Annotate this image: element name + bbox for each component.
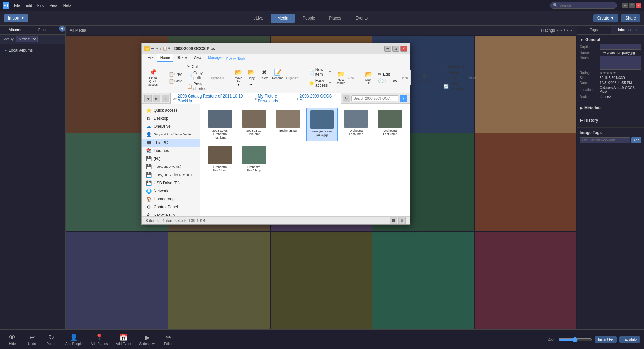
photo-cell-13[interactable] — [271, 232, 372, 329]
dialog-sidebar-this-pc[interactable]: 💻 This PC — [142, 139, 200, 147]
menu-find[interactable]: Find — [35, 3, 46, 8]
tab-places[interactable]: Places — [322, 14, 348, 23]
slideshow-tool[interactable]: ▶ Slideshow — [136, 332, 157, 347]
copy-path-btn[interactable]: 📄 Copy path — [185, 70, 210, 81]
select-none-btn[interactable]: ☐ Select none — [441, 70, 468, 81]
list-view-btn[interactable]: ☰ — [390, 217, 397, 224]
tab-media[interactable]: Media — [271, 14, 295, 23]
file-item-3[interactable]: freshman.jpg — [272, 108, 304, 141]
add-people-tool[interactable]: 👤 Add People — [63, 332, 85, 347]
undo-tool[interactable]: ↩ Undo — [24, 332, 40, 347]
delete-btn[interactable]: ✖ Delete — [258, 68, 270, 87]
tab-people[interactable]: People — [296, 14, 322, 23]
dialog-sidebar-h-drive[interactable]: 💾 (H:) — [142, 155, 200, 163]
add-album-button[interactable]: + — [59, 26, 65, 32]
move-to-btn[interactable]: 📂 Moveto ▼ — [232, 68, 244, 87]
metadata-section-title[interactable]: ▶ Metadata — [580, 106, 641, 110]
caption-input[interactable] — [600, 44, 641, 50]
nav-up-btn[interactable]: ↑ — [162, 95, 169, 102]
ribbon-tab-view[interactable]: View — [190, 54, 205, 62]
minimize-btn[interactable]: ─ — [622, 3, 628, 8]
notes-textarea[interactable] — [600, 56, 641, 70]
bc-part-2[interactable]: My Picture Downloads — [258, 94, 296, 103]
properties-btn[interactable]: ⚙ Properties — [416, 71, 433, 84]
file-item-8[interactable]: OrchestraFest5.bmp — [238, 144, 270, 174]
tab-events[interactable]: Events — [349, 14, 374, 23]
photo-cell-12[interactable] — [168, 232, 270, 329]
dialog-sidebar-recycle-bin[interactable]: 🗑 Recycle Bin — [142, 211, 200, 216]
grid-view-btn[interactable]: ⊞ — [398, 217, 406, 224]
bc-part-1[interactable]: 2008 Catalog Restore of 2011 10 19 BackU… — [178, 94, 255, 103]
rename-btn[interactable]: 📝 Rename — [271, 68, 285, 87]
tab-elive[interactable]: eLive — [247, 14, 270, 23]
dialog-sidebar-network[interactable]: 🌐 Network — [142, 187, 200, 195]
file-explorer-dialog[interactable]: 📁 ⬅ → ↑ 📋▼ 2008-2009 OCCS Pics ─ □ ✕ Fil… — [141, 43, 410, 225]
copy-to-btn[interactable]: 📂 Copyto ▼ — [245, 68, 257, 87]
sidebar-tab-folders[interactable]: Folders — [30, 26, 59, 34]
tags-info-button[interactable]: Tags/Info — [619, 336, 640, 343]
dialog-minimize-btn[interactable]: ─ — [384, 46, 391, 52]
create-button[interactable]: Create ▼ — [593, 14, 618, 22]
file-item-7[interactable]: OrchestraFest4.bmp — [204, 144, 236, 174]
copy-btn[interactable]: 📋 Copy — [167, 71, 184, 77]
bc-part-3[interactable]: 2008-2009 OCCS Pics — [300, 94, 339, 103]
ribbon-tab-manage[interactable]: Manage — [205, 54, 225, 62]
new-folder-btn[interactable]: 📁 Newfolder — [335, 70, 347, 85]
easy-access-btn[interactable]: ⭐ Easy access ▼ — [307, 78, 333, 88]
dialog-sidebar-libraries[interactable]: 📚 Libraries — [142, 147, 200, 155]
file-item-2[interactable]: 2008 11 19Cole.bmp — [238, 108, 270, 141]
general-section-title[interactable]: ▼ General — [580, 37, 641, 42]
select-all-btn[interactable]: ☑ Select all — [441, 63, 468, 70]
menu-file[interactable]: File — [12, 3, 22, 8]
history-btn[interactable]: 🕐 History — [376, 78, 399, 84]
dialog-search-input[interactable] — [351, 95, 398, 101]
custom-keywords-input[interactable] — [580, 137, 630, 143]
dialog-sidebar-user[interactable]: 👤 Gary and Amy Vande Vegte — [142, 130, 200, 139]
ribbon-tab-home[interactable]: Home — [157, 54, 173, 62]
nav-forward-btn[interactable]: ▶ — [153, 95, 160, 102]
paste-shortcut-btn[interactable]: 📋 Paste shortcut — [185, 81, 210, 92]
paste-btn[interactable]: 📋 Paste — [167, 78, 184, 84]
rotate-tool[interactable]: ↻ Rotate — [43, 332, 60, 347]
sidebar-item-local-albums[interactable]: ▸ Local Albums — [3, 47, 63, 54]
item-rating-stars[interactable]: ★ ★ ★ ★ ★ — [600, 71, 616, 75]
ribbon-tab-share[interactable]: Share — [173, 54, 190, 62]
nav-help-btn[interactable]: ? — [400, 95, 407, 102]
photo-cell-11[interactable] — [66, 232, 168, 329]
nav-back-btn[interactable]: ◀ — [144, 95, 152, 102]
panel-tab-information[interactable]: Information — [611, 26, 644, 34]
file-item-1[interactable]: 2008 10 08OrchestraFest.bmp — [204, 108, 236, 141]
history-section-title[interactable]: ▶ History — [580, 118, 641, 123]
invert-selection-btn[interactable]: 🔄 Invert selection — [441, 81, 468, 92]
file-item-6[interactable]: OrchestraFest3.bmp — [374, 108, 406, 141]
menu-help[interactable]: Help — [61, 3, 73, 8]
photo-cell-14[interactable] — [372, 232, 474, 329]
share-button[interactable]: Share — [621, 14, 640, 22]
file-item-4[interactable]: new years eveparty.jpg — [306, 108, 337, 141]
maximize-btn[interactable]: □ — [629, 3, 635, 8]
menu-edit[interactable]: Edit — [24, 3, 34, 8]
dialog-sidebar-desktop[interactable]: 🖥 Desktop — [142, 114, 200, 122]
nav-refresh-btn[interactable]: ↻ — [343, 95, 350, 102]
zoom-slider[interactable] — [558, 337, 592, 342]
search-input[interactable] — [559, 3, 613, 7]
new-item-btn[interactable]: 📄 New item ▼ — [307, 67, 333, 77]
file-item-5[interactable]: OrchestraFest2.bmp — [340, 108, 372, 141]
add-places-tool[interactable]: 📍 Add Places — [88, 332, 111, 347]
ribbon-tab-file[interactable]: File — [144, 54, 157, 62]
panel-tab-tags[interactable]: Tags — [577, 26, 611, 34]
hide-tool[interactable]: 👁 Hide — [4, 332, 21, 347]
dialog-sidebar-control-panel[interactable]: ⚙ Control Panel — [142, 203, 200, 211]
open-btn[interactable]: 📂 Open ▼ — [363, 70, 375, 85]
photo-cell-15[interactable] — [475, 232, 576, 329]
instant-fix-button[interactable]: Instant Fix — [595, 336, 617, 343]
dialog-sidebar-homegroup[interactable]: 🏠 Homegroup — [142, 195, 200, 203]
photo-cell-10[interactable] — [475, 133, 576, 231]
add-event-tool[interactable]: 📅 Add Event — [113, 332, 134, 347]
filter-stars[interactable]: ★ ★ ★ ★ ★ — [556, 28, 573, 32]
cut-btn[interactable]: ✂ Cut — [185, 63, 210, 70]
editor-tool[interactable]: ✏ Editor — [160, 332, 177, 347]
close-btn[interactable]: ✕ — [636, 3, 641, 8]
dialog-sidebar-usb[interactable]: 💾 USB Drive (F:) — [142, 179, 200, 187]
dialog-close-btn[interactable]: ✕ — [400, 46, 407, 52]
